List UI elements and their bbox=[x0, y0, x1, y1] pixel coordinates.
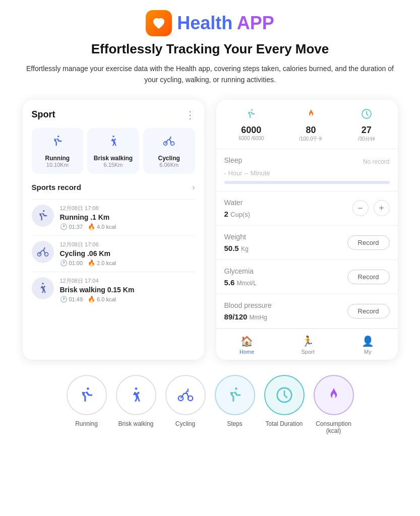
nav-home[interactable]: 🏠 Home bbox=[239, 335, 254, 355]
icon-card-running: Running bbox=[67, 375, 107, 434]
sport-header: Sport ⋮ bbox=[32, 109, 195, 121]
duration-sub: /30分钟 bbox=[358, 136, 375, 143]
glycemia-record-button[interactable]: Record bbox=[347, 270, 390, 284]
water-value: 2 Cup(s) bbox=[224, 210, 251, 218]
water-label: Water bbox=[224, 199, 251, 207]
stats-bar: 6000 6000 /6000 80 /100.0千卡 27 /30分钟 bbox=[216, 100, 398, 149]
stat-duration: 27 /30分钟 bbox=[358, 108, 375, 143]
record-info-1: 12月08日 17:06 Cycling .06 Km 🕐01:00 🔥2.0 … bbox=[60, 241, 195, 267]
phones-row: Sport ⋮ Running 10.10Km Brisk walking 6.… bbox=[15, 100, 405, 360]
bottom-icons-row: Running Brisk walking Cycling Steps Tota… bbox=[15, 375, 405, 434]
stat-steps: 6000 6000 /6000 bbox=[238, 108, 264, 143]
activity-cards: Running 10.10Km Brisk walking 6.15Km Cyc… bbox=[32, 128, 195, 174]
steps-label: Steps bbox=[227, 420, 243, 427]
weight-record-button[interactable]: Record bbox=[347, 235, 390, 250]
activity-name-running: Running bbox=[36, 155, 80, 162]
record-time-0: 🕐01:37 bbox=[60, 223, 83, 230]
record-avatar-running bbox=[32, 205, 54, 227]
blood-pressure-record-button[interactable]: Record bbox=[347, 304, 390, 318]
weight-label: Weight bbox=[224, 233, 249, 241]
page-tagline: Effortlessly Tracking Your Every Move bbox=[91, 41, 329, 57]
cycling-label: Cycling bbox=[175, 420, 195, 427]
sports-record-label: Sports record bbox=[32, 183, 81, 191]
more-options-button[interactable]: ⋮ bbox=[185, 109, 195, 121]
water-increase-button[interactable]: + bbox=[374, 200, 390, 216]
cycling-icon bbox=[147, 134, 191, 152]
bottom-nav: 🏠 Home 🏃 Sport 👤 My bbox=[216, 329, 398, 360]
blood-pressure-info: Blood pressure 89/120 MmHg bbox=[224, 301, 272, 321]
steps-icon-top bbox=[238, 108, 264, 123]
record-item-0: 12月08日 17:08 Running .1 Km 🕐01:37 🔥4.0 k… bbox=[32, 199, 195, 235]
activity-name-walking: Brisk walking bbox=[91, 155, 135, 162]
sports-record-arrow[interactable]: › bbox=[192, 183, 195, 192]
water-decrease-button[interactable]: − bbox=[352, 200, 369, 216]
sleep-label: Sleep bbox=[224, 156, 243, 164]
nav-my[interactable]: 👤 My bbox=[362, 335, 374, 355]
nav-sport[interactable]: 🏃 Sport bbox=[302, 335, 315, 355]
blood-pressure-section: Blood pressure 89/120 MmHg Record bbox=[216, 294, 398, 329]
activity-name-cycling: Cycling bbox=[147, 155, 191, 162]
record-item-2: 12月08日 17:04 Brisk walking 0.15 Km 🕐01:4… bbox=[32, 272, 195, 308]
record-info-2: 12月08日 17:04 Brisk walking 0.15 Km 🕐01:4… bbox=[60, 277, 195, 303]
sleep-time: - Hour -- Minute bbox=[224, 169, 270, 177]
activity-dist-cycling: 6.06Km bbox=[147, 162, 191, 168]
blood-pressure-row: Blood pressure 89/120 MmHg Record bbox=[224, 301, 390, 321]
icon-card-duration: Total Duration bbox=[264, 375, 305, 434]
glycemia-info: Glycemia 5.6 Mmol/L bbox=[224, 267, 257, 287]
glycemia-section: Glycemia 5.6 Mmol/L Record bbox=[216, 260, 398, 294]
icon-card-consumption: Consumption(kcal) bbox=[314, 375, 354, 434]
record-name-0: Running .1 Km bbox=[60, 213, 195, 221]
duration-icon-top bbox=[358, 108, 375, 123]
svg-point-12 bbox=[187, 389, 189, 390]
nav-my-label: My bbox=[364, 349, 372, 355]
activity-card-walking[interactable]: Brisk walking 6.15Km bbox=[87, 128, 139, 174]
activity-card-running[interactable]: Running 10.10Km bbox=[32, 128, 84, 174]
svg-point-9 bbox=[135, 388, 137, 390]
water-info: Water 2 Cup(s) bbox=[224, 199, 251, 218]
consumption-label: Consumption(kcal) bbox=[316, 420, 351, 434]
activity-card-cycling[interactable]: Cycling 6.06Km bbox=[143, 128, 195, 174]
svg-point-0 bbox=[112, 136, 114, 138]
record-avatar-walking bbox=[32, 277, 54, 299]
record-date-2: 12月08日 17:04 bbox=[60, 277, 195, 285]
record-info-0: 12月08日 17:08 Running .1 Km 🕐01:37 🔥4.0 k… bbox=[60, 205, 195, 230]
activity-dist-walking: 6.15Km bbox=[91, 162, 135, 168]
icon-card-steps: Steps bbox=[215, 375, 255, 434]
consumption-circle-icon bbox=[314, 375, 354, 415]
record-item-1: 12月08日 17:06 Cycling .06 Km 🕐01:00 🔥2.0 … bbox=[32, 235, 195, 272]
record-date-1: 12月08日 17:06 bbox=[60, 241, 195, 248]
icon-card-cycling: Cycling bbox=[165, 375, 206, 434]
blood-pressure-label: Blood pressure bbox=[224, 301, 272, 309]
record-date-0: 12月08日 17:08 bbox=[60, 205, 195, 212]
weight-info: Weight 50.5 Kg bbox=[224, 233, 249, 252]
record-name-1: Cycling .06 Km bbox=[60, 249, 195, 257]
water-row: Water 2 Cup(s) − + bbox=[224, 199, 390, 218]
duration-label: Total Duration bbox=[265, 420, 303, 427]
record-avatar-cycling bbox=[32, 241, 54, 263]
left-phone: Sport ⋮ Running 10.10Km Brisk walking 6.… bbox=[23, 100, 204, 360]
sport-title: Sport bbox=[32, 109, 55, 120]
sports-record-row: Sports record › bbox=[32, 183, 195, 192]
record-stats-1: 🕐01:00 🔥2.0 kcal bbox=[60, 260, 195, 267]
duration-value: 27 bbox=[358, 125, 375, 136]
glycemia-row: Glycemia 5.6 Mmol/L Record bbox=[224, 267, 390, 287]
calories-sub: /100.0千卡 bbox=[299, 136, 323, 143]
nav-sport-label: Sport bbox=[302, 349, 315, 355]
running-icon bbox=[36, 134, 80, 152]
running-circle-icon bbox=[67, 375, 107, 415]
steps-sub: 6000 /6000 bbox=[238, 136, 264, 141]
record-stats-2: 🕐01:49 🔥6.0 kcal bbox=[60, 296, 195, 303]
running-label: Running bbox=[75, 420, 98, 427]
weight-section: Weight 50.5 Kg Record bbox=[216, 226, 398, 260]
app-title: Health APP bbox=[177, 13, 274, 34]
sleep-no-record: No record bbox=[363, 158, 390, 165]
cycling-circle-icon bbox=[165, 375, 206, 415]
app-header: Health APP bbox=[146, 10, 274, 36]
record-name-2: Brisk walking 0.15 Km bbox=[60, 286, 195, 294]
calories-icon-top bbox=[299, 108, 323, 123]
glycemia-value: 5.6 Mmol/L bbox=[224, 278, 257, 287]
walking-icon bbox=[91, 134, 135, 152]
duration-circle-icon bbox=[264, 375, 305, 415]
blood-pressure-value: 89/120 MmHg bbox=[224, 312, 272, 321]
record-kcal-1: 🔥2.0 kcal bbox=[88, 260, 116, 267]
